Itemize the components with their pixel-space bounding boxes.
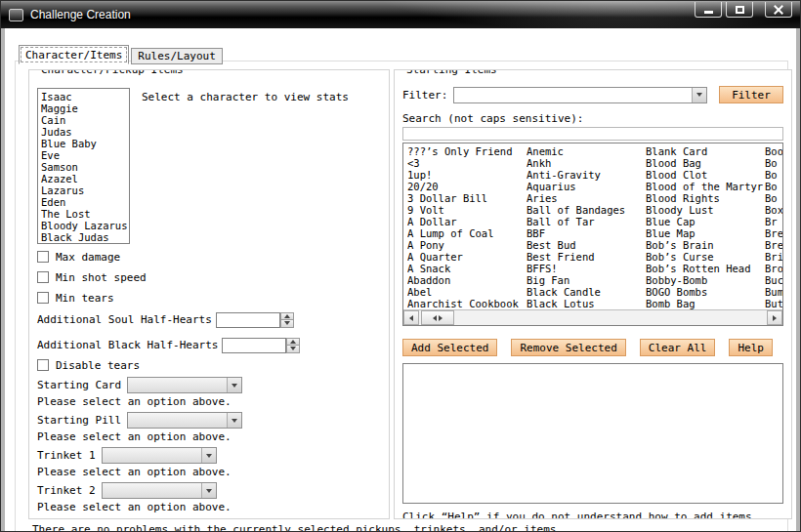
item-entry[interactable]: But	[765, 298, 782, 309]
minimize-button[interactable]	[695, 2, 722, 18]
item-entry[interactable]: Aquarius	[527, 181, 646, 192]
item-entry[interactable]: Bo	[765, 192, 782, 204]
item-entry[interactable]: Aries	[527, 192, 646, 204]
item-entry[interactable]: Blue Map	[646, 227, 765, 239]
item-entry[interactable]: Ball of Tar	[527, 216, 646, 227]
character-list-item[interactable]: Azazel	[41, 173, 126, 184]
item-entry[interactable]: BOGO Bombs	[646, 286, 765, 298]
item-entry[interactable]: A Lump of Coal	[407, 227, 527, 239]
item-entry[interactable]: Abaddon	[407, 274, 527, 286]
character-list-item[interactable]: The Lost	[41, 208, 126, 220]
add-selected-button[interactable]: Add Selected	[402, 339, 497, 356]
item-entry[interactable]: Bomb Bag	[646, 298, 765, 309]
item-entry[interactable]: Big Fan	[527, 274, 646, 286]
character-list-item[interactable]: Eve	[41, 149, 126, 161]
character-list-item[interactable]: Blue Baby	[41, 138, 126, 149]
close-button[interactable]	[765, 2, 792, 18]
item-entry[interactable]: BBF	[527, 227, 646, 239]
item-entry[interactable]: Bob’s Rotten Head	[646, 263, 765, 274]
filter-button[interactable]: Filter	[719, 86, 783, 103]
disable-tears-checkbox[interactable]	[37, 359, 49, 371]
character-list-item[interactable]: Cain	[41, 114, 126, 126]
soul-half-hearts-input[interactable]	[216, 312, 280, 328]
soul-half-hearts-up-button[interactable]	[280, 312, 294, 321]
trinket-2-dropdown[interactable]	[102, 482, 217, 499]
item-entry[interactable]: <3	[407, 157, 527, 169]
scroll-right-button[interactable]	[767, 310, 782, 325]
tab-character-items[interactable]: Character/Items	[19, 45, 129, 64]
min-tears-checkbox-row[interactable]: Min tears	[37, 291, 381, 305]
item-entry[interactable]: ???’s Only Friend	[407, 145, 527, 157]
soul-half-hearts-down-button[interactable]	[280, 320, 294, 328]
item-entry[interactable]: Buc	[765, 274, 782, 286]
item-entry[interactable]: Bo	[765, 157, 782, 169]
item-entry[interactable]: Bre	[765, 239, 782, 251]
item-entry[interactable]: A Dollar	[407, 216, 527, 227]
max-damage-checkbox[interactable]	[37, 251, 49, 263]
trinket-1-dropdown[interactable]	[102, 447, 217, 464]
starting-pill-dropdown[interactable]	[127, 412, 242, 429]
items-columns[interactable]: ???’s Only Friend<31up!20/203 Dollar Bil…	[403, 143, 782, 309]
item-entry[interactable]: Blood Clot	[646, 169, 765, 181]
character-list-item[interactable]: Eden	[41, 196, 126, 208]
item-entry[interactable]: Best Bud	[527, 239, 646, 251]
filter-dropdown[interactable]	[453, 87, 707, 103]
item-entry[interactable]: 20/20	[407, 181, 527, 192]
item-entry[interactable]: Black Lotus	[527, 298, 646, 309]
item-entry[interactable]: Blood Bag	[646, 157, 765, 169]
black-half-hearts-down-button[interactable]	[286, 346, 300, 353]
remove-selected-button[interactable]: Remove Selected	[511, 339, 625, 356]
item-entry[interactable]: Bo	[765, 181, 782, 192]
maximize-button[interactable]	[726, 2, 753, 18]
item-entry[interactable]: Ankh	[527, 157, 646, 169]
character-list-item[interactable]: Black Judas	[41, 231, 126, 243]
item-entry[interactable]: Bo	[765, 169, 782, 181]
item-entry[interactable]: 9 Volt	[407, 204, 527, 216]
black-half-hearts-input[interactable]	[222, 338, 286, 353]
item-entry[interactable]: Bob’s Brain	[646, 239, 765, 251]
min-shot-speed-checkbox-row[interactable]: Min shot speed	[37, 270, 381, 284]
character-list-item[interactable]: Lazarus	[41, 184, 126, 196]
item-entry[interactable]: Black Candle	[527, 286, 646, 298]
help-button[interactable]: Help	[729, 339, 773, 356]
item-entry[interactable]: Bob’s Curse	[646, 251, 765, 263]
item-entry[interactable]: Anarchist Cookbook	[407, 298, 527, 309]
item-entry[interactable]: Boo	[765, 145, 782, 157]
item-entry[interactable]: Anti-Gravity	[527, 169, 646, 181]
item-entry[interactable]: Blue Cap	[646, 216, 765, 227]
character-list-item[interactable]: Judas	[41, 126, 126, 138]
min-tears-checkbox[interactable]	[37, 292, 49, 304]
character-list-item[interactable]: Bloody Lazarus	[41, 220, 126, 231]
item-entry[interactable]: Br	[765, 216, 782, 227]
item-entry[interactable]: Box	[765, 204, 782, 216]
items-horizontal-scrollbar[interactable]	[403, 309, 782, 325]
black-half-hearts-up-button[interactable]	[286, 338, 300, 347]
item-entry[interactable]: Bre	[765, 227, 782, 239]
item-entry[interactable]: Blood Rights	[646, 192, 765, 204]
clear-all-button[interactable]: Clear All	[640, 339, 716, 356]
tab-rules-layout[interactable]: Rules/Layout	[131, 48, 222, 64]
item-entry[interactable]: Bloody Lust	[646, 204, 765, 216]
item-entry[interactable]: Blood of the Martyr	[646, 181, 765, 192]
item-entry[interactable]: Bri	[765, 251, 782, 263]
item-entry[interactable]: Abel	[407, 286, 527, 298]
scroll-left-button[interactable]	[403, 310, 419, 325]
max-damage-checkbox-row[interactable]: Max damage	[37, 250, 381, 264]
item-entry[interactable]: Bobby-Bomb	[646, 274, 765, 286]
character-list-item[interactable]: Isaac	[41, 91, 126, 102]
item-entry[interactable]: BFFS!	[527, 263, 646, 274]
min-shot-speed-checkbox[interactable]	[37, 271, 49, 283]
item-entry[interactable]: Bum	[765, 286, 782, 298]
selected-items-listbox[interactable]	[402, 363, 783, 504]
item-entry[interactable]: A Quarter	[407, 251, 527, 263]
character-list-item[interactable]: Samson	[41, 161, 126, 173]
item-entry[interactable]: Blank Card	[646, 145, 765, 157]
disable-tears-checkbox-row[interactable]: Disable tears	[37, 358, 381, 372]
character-list[interactable]: IsaacMaggieCainJudasBlue BabyEveSamsonAz…	[37, 88, 130, 244]
item-entry[interactable]: 3 Dollar Bill	[407, 192, 527, 204]
item-entry[interactable]: Ball of Bandages	[527, 204, 646, 216]
item-entry[interactable]: Bro	[765, 263, 782, 274]
starting-card-dropdown[interactable]	[127, 377, 242, 393]
item-entry[interactable]: 1up!	[407, 169, 527, 181]
item-entry[interactable]: Anemic	[527, 145, 646, 157]
